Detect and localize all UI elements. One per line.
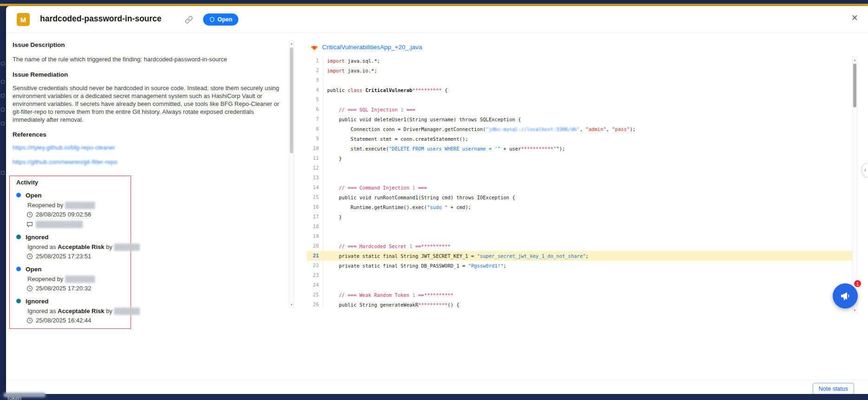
code-lines: 1import java.sql.*;2import java.io.*;34p… [307, 56, 852, 309]
fpt-cloud-logo: FPT CLOUD [19, 0, 66, 4]
code-scrollbar[interactable]: ▲ ▼ [852, 57, 857, 314]
left-panel-scrollbar[interactable]: ▲ ▼ [289, 40, 294, 308]
status-dot [16, 299, 21, 303]
clock-icon [26, 317, 33, 324]
line-number: 9 [307, 134, 323, 144]
activity-entry: OpenReopened by ███████25/08/2025 17:20:… [16, 266, 125, 292]
line-number: 4 [307, 85, 323, 95]
app-bottom-bar: Token [0, 394, 868, 400]
source-file-link[interactable]: CriticalVulnerabilitiesApp_+20_.java [322, 44, 422, 51]
reference-link[interactable]: https://rtyley.github.io/bfg-repo-cleane… [13, 144, 115, 151]
close-icon[interactable]: × [852, 12, 858, 24]
activity-section: Activity OpenReopened by ███████28/08/20… [9, 176, 131, 329]
line-number: 1 [307, 56, 323, 66]
line-number: 17 [307, 212, 323, 222]
code-line: 8 Connection conn = DriverManager.getCon… [307, 124, 852, 134]
status-dot [16, 193, 21, 197]
line-number: 25 [307, 290, 323, 300]
code-line: 19 [307, 231, 852, 241]
sidebar-icon[interactable] [1, 108, 5, 111]
line-number: 3 [307, 75, 323, 85]
status-badge[interactable]: Open [203, 13, 238, 26]
copy-link-icon[interactable] [185, 16, 193, 26]
blurred-overlay [4, 393, 46, 397]
region-selector[interactable]: Region: Saigon (Vietn...▾ [223, 0, 292, 4]
sidebar-icon[interactable] [1, 62, 5, 66]
line-number: 2 [307, 66, 323, 75]
line-number: 15 [307, 192, 323, 202]
issue-details-panel: Issue Description The name of the rule w… [13, 41, 287, 329]
issue-remediation-heading: Issue Remediation [13, 71, 287, 78]
activity-status: Ignored [26, 234, 49, 241]
code-line: 3 [307, 75, 852, 85]
code-line: 22 private static final String DB_PASSWO… [307, 261, 852, 270]
code-line: 11 } [307, 153, 852, 163]
line-number: 23 [307, 270, 323, 280]
line-number: 13 [307, 173, 323, 183]
status-dot [16, 235, 21, 239]
sidebar-icon[interactable] [1, 94, 5, 98]
activity-entry: IgnoredIgnored as Acceptable Risk by ███… [16, 234, 125, 260]
scrollbar-thumb[interactable] [290, 47, 293, 153]
activity-timestamp: 25/08/2025 16:42:44 [26, 317, 125, 324]
code-line: 16 Runtime.getRuntime().exec("sudo " + c… [307, 202, 852, 212]
app-sidebar [0, 6, 6, 400]
scroll-up-arrow[interactable]: ▲ [853, 58, 857, 62]
tenant-selector[interactable]: Tenant: XPLAT-DEV-TEST.ORG▾ [526, 0, 627, 4]
project-selector[interactable]: Project: PROJECT_XPL...▾ [100, 0, 176, 4]
code-line: 6 // === SQL Injection 1 === [307, 105, 852, 114]
collapse-panel-tab[interactable]: ‹ [862, 163, 868, 177]
code-line: 18 [307, 222, 852, 231]
scrollbar-thumb[interactable] [853, 64, 856, 107]
sidebar-icon[interactable] [1, 122, 5, 125]
language-selector[interactable]: English▾ [647, 0, 682, 4]
issue-title: hardcoded-password-in-source [40, 14, 162, 24]
activity-status: Open [26, 266, 42, 273]
code-line: 2import java.io.*; [307, 66, 852, 75]
activity-action: Ignored as Acceptable Risk by ██████ [27, 243, 125, 250]
issue-detail-modal: M hardcoded-password-in-source Open × Is… [6, 6, 868, 394]
reference-link[interactable]: https://github.com/newren/git-filter-rep… [13, 158, 117, 165]
code-line: 5 [307, 95, 852, 105]
code-line: 12 [307, 163, 852, 173]
line-number: 14 [307, 183, 323, 192]
line-number: 19 [307, 231, 323, 241]
references-list: https://rtyley.github.io/bfg-repo-cleane… [13, 144, 287, 173]
activity-status: Open [26, 192, 42, 199]
code-line: 13 [307, 173, 852, 183]
gitlab-icon [310, 43, 318, 51]
code-line: 26 public String generateWeakR**********… [307, 300, 852, 309]
scroll-up-arrow[interactable]: ▲ [289, 41, 294, 46]
code-line: 10 stmt.execute("DELETE FROM users WHERE… [307, 144, 852, 153]
sidebar-icon[interactable] [1, 80, 5, 84]
modal-header: M hardcoded-password-in-source Open × [6, 6, 868, 33]
activity-action: Ignored as Acceptable Risk by ██████ [27, 308, 125, 314]
announcements-fab[interactable] [833, 283, 858, 308]
line-number: 7 [307, 114, 323, 124]
references-heading: References [13, 131, 287, 138]
line-number: 10 [307, 144, 323, 153]
line-number: 22 [307, 261, 323, 270]
note-status-button[interactable]: Note status [813, 383, 854, 394]
code-line: 25 // === Weak Random Token 1 ==********… [307, 290, 852, 300]
activity-entry: IgnoredIgnored as Acceptable Risk by ███… [16, 298, 125, 324]
line-number: 20 [307, 241, 323, 251]
code-line: 1import java.sql.*; [307, 56, 852, 66]
sidebar-icon[interactable] [1, 171, 5, 175]
activity-action: Reopened by ███████ [27, 202, 125, 208]
activity-timestamp: 28/08/2025 09:02:56 [26, 211, 125, 218]
modal-footer: Note status [6, 380, 868, 394]
line-number: 5 [307, 95, 323, 105]
code-line: 4public class CriticalVulnerab**********… [307, 85, 852, 95]
line-number: 21 [307, 251, 323, 261]
notification-badge: 1 [853, 279, 862, 288]
scroll-down-arrow[interactable]: ▼ [853, 308, 857, 313]
line-number: 18 [307, 222, 323, 231]
line-number: 6 [307, 105, 323, 114]
code-viewer: 1import java.sql.*;2import java.io.*;34p… [307, 56, 852, 309]
code-line: 17 } [307, 212, 852, 222]
issue-description-heading: Issue Description [13, 41, 287, 48]
activity-timestamp: 25/08/2025 17:23:51 [26, 253, 125, 260]
scroll-down-arrow[interactable]: ▼ [289, 302, 294, 307]
status-dot [16, 267, 21, 271]
